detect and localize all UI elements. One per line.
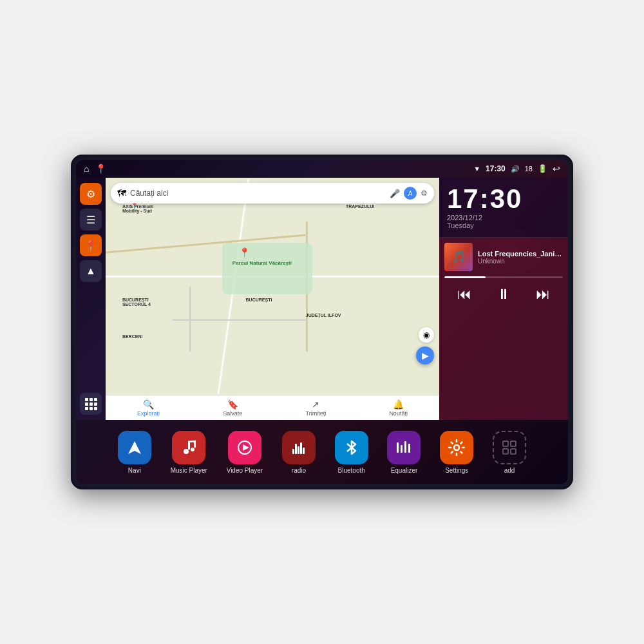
- music-next-button[interactable]: ⏭: [531, 283, 555, 305]
- map-area: AXIS PremiumMobility - Sud Pizza & Baker…: [106, 178, 439, 420]
- screen: ⌂ 📍 ▼ 17:30 🔊 18 🔋 ↩ ⚙ ☰ 📍 ▲: [76, 160, 568, 484]
- clock-day: Tuesday: [447, 222, 560, 229]
- map-nav-share[interactable]: ↗ Trimiteți: [306, 399, 327, 417]
- account-icon[interactable]: A: [404, 187, 417, 200]
- main-content: ⚙ ☰ 📍 ▲: [76, 178, 568, 420]
- svg-rect-13: [503, 441, 508, 446]
- music-prev-button[interactable]: ⏮: [452, 283, 477, 305]
- map-settings-icon[interactable]: ⚙: [421, 189, 428, 198]
- equalizer-bars-icon: [292, 441, 305, 454]
- svg-rect-4: [194, 441, 196, 448]
- map-label-ilfov: JUDEȚUL ILFOV: [306, 313, 341, 317]
- clock-date: 2023/12/12: [447, 214, 560, 222]
- music-controls: ⏮ ⏸ ⏭: [444, 283, 563, 305]
- back-icon[interactable]: ↩: [553, 164, 560, 174]
- map-label-park: Parcul Natural Văcărești: [232, 260, 292, 266]
- music-player-label: Music Player: [171, 467, 207, 474]
- battery-level: 18: [525, 165, 533, 173]
- map-container[interactable]: AXIS PremiumMobility - Sud Pizza & Baker…: [106, 178, 439, 395]
- add-label: add: [504, 467, 515, 474]
- video-player-label: Video Player: [227, 467, 263, 474]
- svg-marker-0: [128, 441, 141, 454]
- right-panel: 17:30 2023/12/12 Tuesday 🎵 Lost Frequenc…: [439, 178, 568, 420]
- svg-point-2: [191, 448, 194, 451]
- svg-point-12: [454, 445, 459, 450]
- sidebar-item-navigation[interactable]: ▲: [80, 260, 102, 282]
- bluetooth-label: Bluetooth: [338, 467, 365, 474]
- map-bottom-nav: 🔍 Explorați 🔖 Salvate ↗ Trimiteți 🔔 Nout…: [106, 395, 439, 420]
- navi-label: Navi: [128, 467, 141, 474]
- map-nav-share-label: Trimiteți: [306, 410, 327, 417]
- equalizer-app-icon: [387, 431, 421, 464]
- music-pause-button[interactable]: ⏸: [491, 283, 516, 305]
- bluetooth-app-icon: [335, 431, 368, 464]
- map-nav-saved[interactable]: 🔖 Salvate: [223, 399, 242, 417]
- settings-app-icon: [440, 431, 473, 464]
- map-nav-explore-label: Explorați: [137, 410, 160, 417]
- app-bluetooth[interactable]: Bluetooth: [335, 431, 368, 474]
- apps-bar: Navi Music Player: [76, 420, 568, 484]
- svg-rect-16: [511, 449, 516, 454]
- svg-point-1: [184, 449, 189, 454]
- map-compass[interactable]: ◉: [419, 327, 434, 343]
- radio-icon: [282, 431, 316, 464]
- map-search-bar[interactable]: 🗺 Căutați aici 🎤 A ⚙: [111, 183, 434, 204]
- app-add[interactable]: add: [493, 431, 526, 474]
- volume-icon: 🔊: [511, 165, 520, 173]
- grid-icon: [85, 398, 97, 410]
- svg-rect-10: [404, 441, 406, 453]
- equalizer-label: Equalizer: [391, 467, 418, 474]
- status-left-icons: ⌂ 📍: [84, 164, 106, 174]
- status-time: 17:30: [486, 164, 506, 173]
- svg-rect-11: [408, 444, 410, 453]
- map-nav-news-label: Noutăți: [389, 410, 408, 417]
- map-label-trap: TRAPEZULUI: [346, 204, 374, 209]
- map-label-buc4: BUCUREȘTISECTORUL 4: [122, 298, 151, 307]
- explore-icon: 🔍: [143, 399, 154, 410]
- map-pin-park: 📍: [239, 247, 250, 258]
- svg-rect-14: [511, 441, 516, 446]
- svg-marker-7: [243, 444, 249, 451]
- home-icon[interactable]: ⌂: [84, 164, 89, 174]
- bookmark-icon: 🔖: [227, 399, 238, 410]
- notifications-icon: 🔔: [393, 399, 404, 410]
- app-video-player[interactable]: Video Player: [227, 431, 263, 474]
- status-bar: ⌂ 📍 ▼ 17:30 🔊 18 🔋 ↩: [76, 160, 568, 178]
- sidebar-item-files[interactable]: ☰: [80, 209, 102, 231]
- clock-time: 17:30: [447, 185, 560, 213]
- music-player-icon: [172, 431, 205, 464]
- map-label-buc: BUCUREȘTI: [246, 298, 272, 302]
- map-visual: AXIS PremiumMobility - Sud Pizza & Baker…: [106, 178, 439, 395]
- video-player-icon: [228, 431, 261, 464]
- app-settings[interactable]: Settings: [440, 431, 473, 474]
- mic-icon[interactable]: 🎤: [390, 189, 400, 198]
- map-nav-saved-label: Salvate: [223, 410, 242, 417]
- battery-icon: 🔋: [538, 164, 547, 173]
- music-progress-bar[interactable]: [444, 276, 563, 278]
- share-icon: ↗: [312, 399, 319, 410]
- album-art: 🎵: [444, 243, 473, 271]
- radio-label: radio: [292, 467, 306, 474]
- sidebar-item-grid[interactable]: [80, 393, 102, 415]
- svg-rect-9: [401, 445, 402, 453]
- music-now-playing: 🎵 Lost Frequencies_Janie... Unknown: [444, 243, 563, 271]
- map-search-placeholder[interactable]: Căutați aici: [130, 189, 386, 198]
- maps-icon[interactable]: 📍: [95, 164, 106, 174]
- app-navi[interactable]: Navi: [118, 431, 151, 474]
- music-progress-fill: [444, 276, 486, 278]
- app-equalizer[interactable]: Equalizer: [387, 431, 421, 474]
- svg-rect-15: [503, 449, 508, 454]
- album-art-image: 🎵: [444, 243, 473, 271]
- music-title: Lost Frequencies_Janie...: [478, 250, 563, 258]
- map-fab-navigate[interactable]: ▶: [416, 346, 434, 365]
- status-right-icons: ▼ 17:30 🔊 18 🔋 ↩: [473, 164, 560, 174]
- map-nav-news[interactable]: 🔔 Noutăți: [389, 399, 408, 417]
- sidebar-item-settings[interactable]: ⚙: [80, 183, 102, 205]
- app-music-player[interactable]: Music Player: [171, 431, 207, 474]
- map-nav-explore[interactable]: 🔍 Explorați: [137, 399, 160, 417]
- navi-icon: [118, 431, 151, 464]
- sidebar-item-maps[interactable]: 📍: [80, 234, 102, 256]
- music-info: Lost Frequencies_Janie... Unknown: [478, 250, 563, 265]
- sidebar: ⚙ ☰ 📍 ▲: [76, 178, 106, 420]
- app-radio[interactable]: radio: [282, 431, 316, 474]
